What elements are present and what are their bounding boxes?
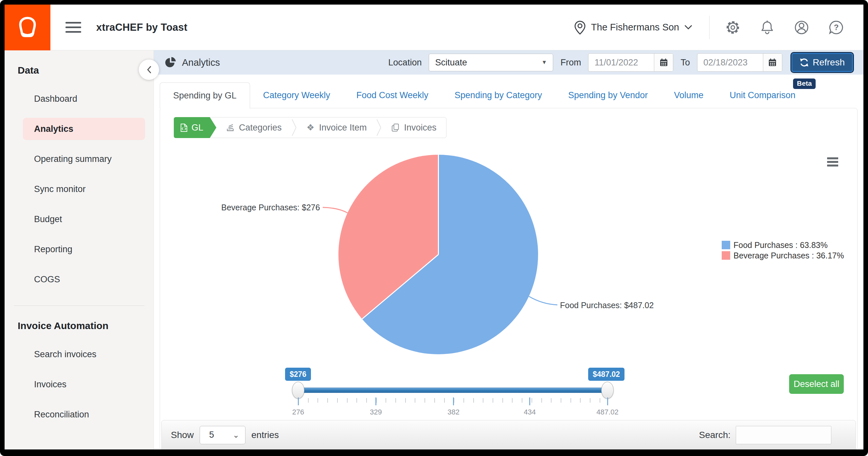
search-label: Search: — [699, 430, 731, 440]
copy-icon — [392, 123, 399, 132]
menu-hamburger-icon[interactable] — [65, 22, 81, 33]
breadcrumb-chip-gl[interactable]: GL — [174, 117, 210, 138]
chart-legend: Food Purchases : 63.83%Beverage Purchase… — [722, 240, 844, 260]
from-calendar-button[interactable] — [654, 54, 673, 71]
chart-context-menu-icon[interactable] — [827, 157, 838, 166]
page-size-value: 5 — [209, 430, 214, 440]
main-content: Analytics Location Scituate ▼ From 11/01… — [154, 51, 863, 450]
from-label: From — [560, 58, 581, 68]
tab-spending-by-vendor[interactable]: Spending by Vendor — [555, 83, 661, 108]
location-switcher[interactable]: The Fishermans Son — [574, 20, 692, 35]
location-pin-icon — [574, 20, 586, 35]
analytics-header-bar: Analytics Location Scituate ▼ From 11/01… — [154, 51, 863, 74]
slider-track[interactable] — [298, 388, 608, 393]
legend-item-beverage-purchases[interactable]: Beverage Purchases : 36.17% — [722, 251, 844, 260]
slider-handle-max[interactable] — [601, 382, 614, 399]
pie-label-food: Food Purchases: $487.02 — [560, 301, 654, 310]
legend-swatch — [722, 251, 730, 260]
topbar-divider — [709, 16, 710, 39]
gear-icon[interactable] — [725, 20, 740, 35]
slider-tick-label: 487.02 — [596, 408, 618, 416]
sidebar-item-dashboard[interactable]: Dashboard — [5, 84, 154, 114]
entries-label: entries — [251, 430, 279, 440]
tab-category-weekly[interactable]: Category Weekly — [250, 83, 343, 108]
tab-label: Unit Comparison — [730, 90, 795, 100]
slider-max-tooltip: $487.02 — [588, 368, 624, 381]
sidebar-item-analytics[interactable]: Analytics — [23, 118, 145, 140]
to-date-input[interactable]: 02/18/2023 — [698, 54, 763, 71]
breadcrumb-chip-invoice-item[interactable]: ❖Invoice Item — [297, 123, 377, 133]
report-tabs: Spending by GLCategory WeeklyFood Cost W… — [154, 83, 863, 108]
top-navbar: xtraCHEF by Toast The Fishermans Son — [5, 5, 863, 51]
stack-icon — [226, 124, 234, 132]
from-date-input[interactable]: 11/01/2022 — [588, 54, 654, 71]
refresh-button[interactable]: Refresh — [792, 53, 853, 72]
slider-major-tick — [453, 397, 454, 405]
tab-food-cost-weekly[interactable]: Food Cost Weekly — [343, 83, 441, 108]
sidebar-item-invoices[interactable]: Invoices — [5, 369, 154, 399]
screenshot-frame: xtraCHEF by Toast The Fishermans Son — [0, 0, 868, 456]
sidebar-collapse-button[interactable] — [139, 60, 159, 80]
breadcrumb-chip-invoices[interactable]: Invoices — [382, 123, 446, 133]
breadcrumb-chip-categories[interactable]: Categories — [216, 123, 291, 133]
legend-label: Food Purchases : 63.83% — [734, 240, 828, 250]
sidebar-item-budget[interactable]: Budget — [5, 204, 154, 234]
app-window: xtraCHEF by Toast The Fishermans Son — [5, 5, 863, 450]
topbar-right: The Fishermans Son — [574, 16, 863, 39]
chip-arrow-shape — [210, 117, 216, 138]
tab-spending-by-category[interactable]: Spending by Category — [441, 83, 555, 108]
sidebar-item-reporting[interactable]: Reporting — [5, 234, 154, 264]
tab-spending-by-gl[interactable]: Spending by GL — [160, 83, 250, 108]
show-label: Show — [171, 430, 194, 440]
toast-bread-icon — [12, 12, 43, 43]
search-input[interactable] — [736, 426, 831, 444]
drilldown-breadcrumb: GLCategories❖Invoice ItemInvoices — [174, 117, 446, 138]
tab-volume[interactable]: Volume — [661, 83, 716, 108]
toast-logo[interactable] — [5, 5, 51, 51]
current-location-name: The Fishermans Son — [591, 22, 679, 33]
bell-icon[interactable] — [760, 20, 774, 35]
chevron-down-icon: ⌄ — [233, 430, 239, 439]
tab-unit-comparison[interactable]: Unit ComparisonBeta — [716, 83, 808, 108]
tab-label: Food Cost Weekly — [356, 90, 428, 100]
app-title: xtraCHEF by Toast — [96, 22, 187, 33]
to-date-group: 02/18/2023 — [697, 53, 782, 72]
slider-tick-label: 434 — [524, 408, 536, 416]
svg-text:?: ? — [834, 23, 839, 32]
user-icon[interactable] — [794, 20, 809, 35]
tab-label: Spending by Vendor — [568, 90, 648, 100]
sidebar: DataDashboardAnalyticsOperating summaryS… — [5, 51, 154, 450]
beta-badge: Beta — [793, 78, 816, 89]
slider-tick-label: 276 — [292, 408, 304, 416]
sidebar-item-search-invoices[interactable]: Search invoices — [5, 339, 154, 369]
location-select[interactable]: Scituate ▼ — [429, 54, 553, 71]
chevron-left-icon — [147, 66, 152, 74]
page-size-select[interactable]: 5 ⌄ — [200, 426, 246, 444]
help-icon[interactable]: ? — [829, 20, 844, 35]
sidebar-item-cogs[interactable]: COGS — [5, 264, 154, 294]
to-calendar-button[interactable] — [763, 54, 782, 71]
slider-major-tick — [298, 397, 299, 405]
legend-item-food-purchases[interactable]: Food Purchases : 63.83% — [722, 240, 844, 250]
chip-label: Invoices — [404, 123, 436, 133]
deselect-all-button[interactable]: Deselect all — [789, 374, 844, 394]
pie-chart[interactable] — [338, 155, 538, 354]
calendar-icon — [768, 58, 777, 67]
slider-tick-label: 329 — [370, 408, 382, 416]
sidebar-section-heading: Data — [18, 65, 154, 76]
diamonds-icon: ❖ — [307, 123, 314, 132]
filter-controls: Location Scituate ▼ From 11/01/2022 To — [388, 53, 853, 72]
sidebar-item-operating-summary[interactable]: Operating summary — [5, 144, 154, 174]
tab-label: Volume — [674, 90, 703, 100]
pie-slice-border — [438, 155, 439, 255]
to-label: To — [680, 58, 690, 68]
slider-min-tooltip: $276 — [285, 368, 311, 381]
sidebar-item-reconciliation[interactable]: Reconciliation — [5, 399, 154, 429]
chip-separator-icon — [291, 118, 297, 138]
slider-handle-min[interactable] — [292, 382, 304, 399]
pie-label-beverage: Beverage Purchases: $276 — [221, 203, 319, 212]
topbar-icons: ? — [725, 20, 844, 35]
sidebar-item-sync-monitor[interactable]: Sync monitor — [5, 174, 154, 204]
legend-label: Beverage Purchases : 36.17% — [734, 251, 844, 260]
slider-major-tick — [607, 397, 608, 405]
